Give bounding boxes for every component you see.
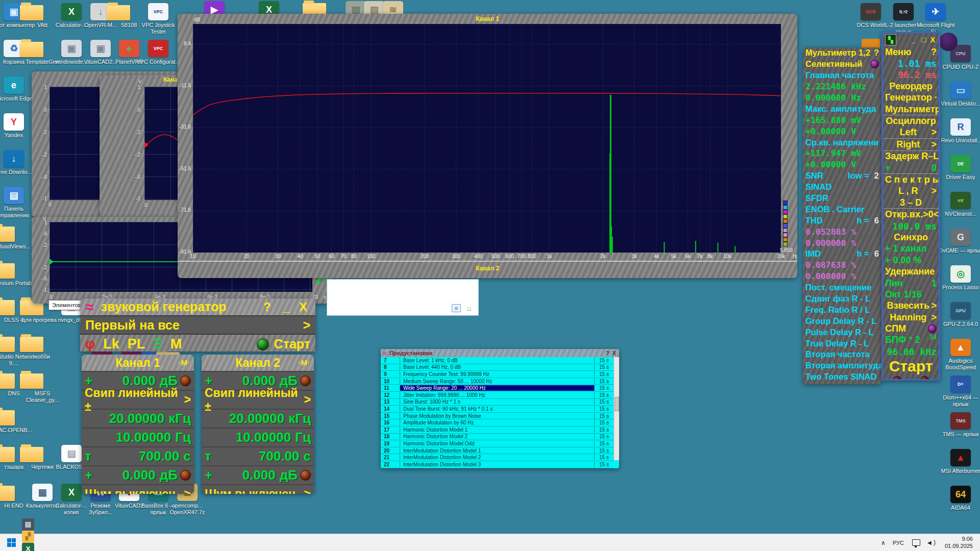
channel-row[interactable]: т 700.00 с bbox=[202, 446, 314, 465]
preset-row[interactable]: 11 Wide Sweep Range: 20 ... 20000 Hz 15 … bbox=[381, 385, 614, 392]
preset-row[interactable]: 19 Harmonic Distortion Model Odd 15 s bbox=[381, 440, 614, 447]
level-knob[interactable] bbox=[300, 375, 311, 386]
preset-row[interactable]: 9 Frequency Counter Test: 99.99999 Hz 15… bbox=[381, 371, 614, 378]
help-button[interactable]: ? bbox=[263, 300, 271, 314]
presets-scrollbar[interactable] bbox=[614, 357, 619, 460]
desktop-icon[interactable]: хобби bbox=[20, 335, 65, 360]
spectrum-analyzer-window[interactable]: Канал 1 dB 8.4-11.6-31.6-51.6-71.6-91.6 … bbox=[178, 14, 797, 278]
control-row[interactable]: Осциллогр bbox=[883, 115, 939, 127]
mode-button[interactable]: M bbox=[170, 336, 182, 352]
desktop-icon[interactable]: QuadViews... bbox=[0, 224, 36, 250]
close-button[interactable]: X bbox=[612, 350, 616, 356]
desktop-icon[interactable]: ↓ Free Downlo... bbox=[0, 150, 36, 176]
control-row[interactable]: Откр.вх.>0< bbox=[883, 208, 939, 220]
channel-row[interactable]: 10.00000 Гц bbox=[82, 428, 194, 446]
level-knob[interactable] bbox=[300, 470, 311, 481]
indicator-knob[interactable] bbox=[928, 324, 937, 333]
control-row[interactable]: 96.2 ms bbox=[883, 69, 939, 81]
channel-row[interactable]: 10.00000 Гц bbox=[202, 428, 314, 446]
channel-row[interactable]: + 0.000 дБ bbox=[202, 465, 314, 484]
control-row[interactable]: 3 – D bbox=[883, 197, 939, 208]
preset-row[interactable]: 13 Sine Burst: 1000 Hz * 1 s 15 s bbox=[381, 399, 614, 406]
control-row[interactable]: С п е к т р ы bbox=[883, 173, 939, 185]
control-row[interactable]: Старт bbox=[883, 358, 939, 375]
generator-mode-buttons[interactable]: φLkPLΞM bbox=[85, 336, 182, 352]
maximize-button[interactable]: □ bbox=[921, 36, 925, 44]
analyzer-control-panel[interactable]: ▚ _ □ X Меню ? 1.01 ms 96.2 ms bbox=[881, 32, 940, 381]
network-icon[interactable] bbox=[912, 539, 920, 546]
preset-row[interactable]: 22 InterModulation Distortion Model 3 15… bbox=[381, 461, 614, 468]
control-titlebar[interactable]: ▚ _ □ X bbox=[883, 33, 939, 46]
desktop-icon[interactable]: ✈ Microsoft Flight Si... bbox=[913, 3, 958, 35]
help-button[interactable]: ? bbox=[606, 350, 609, 356]
preset-row[interactable]: 7 Base Level: 1 kHz, 0 dB 15 s bbox=[381, 357, 614, 364]
generator-first-on-all[interactable]: Первый на все > bbox=[80, 315, 315, 334]
channel-row[interactable]: Шум выключен > bbox=[202, 484, 314, 494]
mode-button[interactable]: Ξ bbox=[153, 336, 162, 352]
minimize-button[interactable]: _ bbox=[283, 300, 290, 314]
tray-chevron[interactable]: ∧ bbox=[881, 539, 886, 546]
control-row[interactable]: + 0.00 % bbox=[883, 255, 939, 266]
mode-button[interactable]: Lk bbox=[103, 336, 119, 352]
panel-knob-right[interactable] bbox=[920, 376, 929, 381]
desktop-icon[interactable]: 64 AIDA64 bbox=[938, 486, 980, 511]
taskbar-app-icon[interactable]: ▞ bbox=[22, 531, 34, 543]
view-list-button[interactable]: ≡ bbox=[452, 304, 461, 312]
desktop-icon[interactable]: Y Yandex bbox=[0, 113, 36, 139]
channel-row[interactable]: Шум выключен > bbox=[82, 484, 194, 494]
control-row[interactable]: L , R > bbox=[883, 186, 939, 197]
control-row[interactable]: + 0 bbox=[883, 162, 939, 173]
control-row[interactable]: Меню ? bbox=[883, 46, 939, 58]
control-row[interactable]: СПМ bbox=[883, 323, 939, 334]
panel-knob-left[interactable] bbox=[893, 376, 901, 381]
desktop-icon[interactable]: e Microsoft Edge bbox=[0, 77, 36, 102]
channel-row[interactable]: Свип линейный ± > bbox=[202, 390, 314, 409]
desktop-icon[interactable]: R Revo Uninstall.. bbox=[938, 118, 980, 144]
desktop-icon[interactable]: ▲ MSI Afterburner bbox=[938, 449, 980, 474]
preset-row[interactable]: 18 Harmonic Distortion Model 2 15 s bbox=[381, 434, 614, 441]
control-row[interactable]: Мультиметр bbox=[883, 104, 939, 115]
desktop-icon[interactable]: nV NVCleanst... bbox=[938, 192, 980, 217]
channel-row[interactable]: Свип линейный ± > bbox=[82, 390, 194, 409]
clock[interactable]: 9:06 01.09.2025 bbox=[945, 536, 973, 550]
speaker-icon[interactable] bbox=[927, 540, 936, 546]
preset-row[interactable]: 20 InterModulation Distortion Model 1 15… bbox=[381, 447, 614, 455]
channel2-mode[interactable]: ·М· bbox=[299, 358, 310, 367]
taskbar-app-icon[interactable]: X bbox=[22, 543, 34, 551]
generator-window[interactable]: ≈ звуковой генератор ? _ X Первый на все… bbox=[80, 298, 315, 352]
level-knob[interactable] bbox=[180, 470, 191, 481]
desktop-icon[interactable]: VPC VPC Configurat... bbox=[136, 40, 181, 65]
start-button[interactable] bbox=[7, 538, 16, 547]
close-button[interactable]: X bbox=[930, 36, 935, 44]
generator-titlebar[interactable]: ≈ звуковой генератор ? _ X bbox=[80, 298, 315, 315]
control-row[interactable]: 100.0 ms bbox=[883, 220, 939, 232]
language-indicator[interactable]: РУС bbox=[893, 540, 904, 546]
desktop-icon[interactable]: ▭ Virtual Deskto... bbox=[938, 82, 980, 107]
control-row[interactable]: Взвесить > bbox=[883, 300, 939, 312]
control-row[interactable]: Генератор · bbox=[883, 92, 939, 104]
preset-row[interactable]: 14 Dual Tone Burst: 90 kHz, 91 kHz * 0.1… bbox=[381, 406, 614, 413]
start-indicator[interactable] bbox=[257, 338, 269, 350]
taskbar-app-icon[interactable]: ▤ bbox=[22, 518, 34, 531]
expand-arrow[interactable]: > bbox=[303, 318, 310, 333]
control-row[interactable]: Right > bbox=[883, 138, 939, 150]
control-row[interactable]: Окт 1/16 bbox=[883, 289, 939, 300]
channel-row[interactable]: т 700.00 с bbox=[82, 446, 194, 465]
preset-row[interactable]: 12 Jitter Imitation: 999.9990 ... 1000 H… bbox=[381, 392, 614, 399]
control-row[interactable]: Left > bbox=[883, 127, 939, 138]
preset-row[interactable]: 15 Phase Modulation by Brown Noise 15 s bbox=[381, 413, 614, 420]
view-grid-button[interactable]: □ bbox=[465, 305, 473, 312]
control-row[interactable]: Лин 1 bbox=[883, 278, 939, 289]
desktop-icon[interactable]: Caesium Portable bbox=[0, 261, 36, 287]
explorer-window-fragment[interactable]: ≡ □ bbox=[327, 279, 479, 316]
preset-row[interactable]: 8 Base Level: 440 Hz, 0 dB 15 s bbox=[381, 364, 614, 371]
close-button[interactable]: X bbox=[299, 300, 307, 314]
desktop-icon[interactable]: TMS TMS — ярлык bbox=[938, 412, 980, 438]
control-row[interactable]: 96.00 kHz bbox=[883, 346, 939, 357]
channel1-mode[interactable]: ·М· bbox=[179, 358, 190, 367]
control-row[interactable]: БПФ ° 2 14 bbox=[883, 335, 939, 346]
preset-row[interactable]: 21 InterModulation Distortion Model 2 15… bbox=[381, 454, 614, 461]
desktop-icon[interactable]: DE Driver Easy bbox=[938, 155, 980, 181]
level-knob[interactable] bbox=[180, 375, 191, 386]
preset-row[interactable]: 16 Amplitude Modulation by 60 Hz 15 s bbox=[381, 419, 614, 427]
